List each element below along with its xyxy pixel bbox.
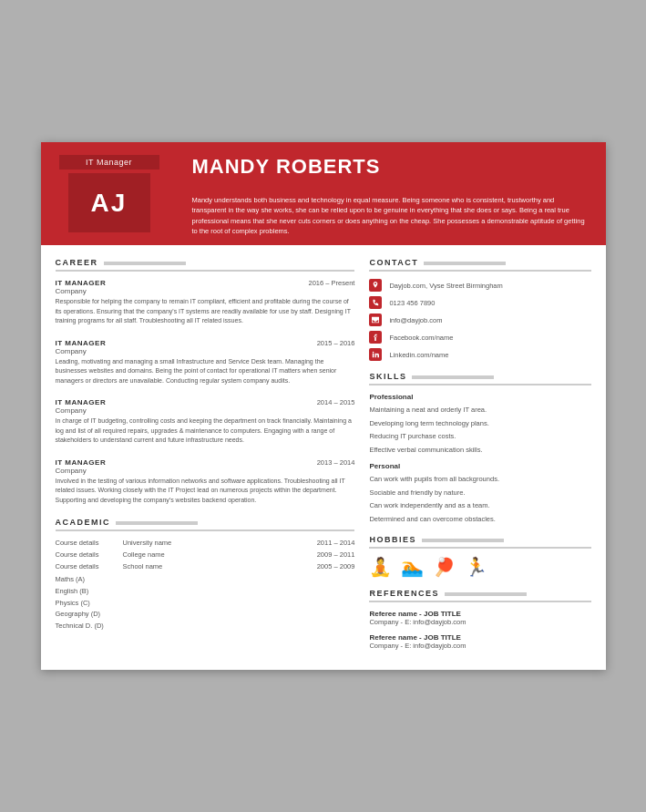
academic-label-1: Course details [56, 539, 119, 547]
left-column: CAREER IT MANAGER 2016 – Present Company… [56, 258, 355, 657]
job-title: IT Manager [59, 155, 159, 170]
academic-label-3: Course details [56, 562, 119, 570]
personal-label: Personal [369, 462, 590, 470]
personal-skill-item: Can work independently and as a team. [369, 501, 590, 511]
references-list: Referee name - JOB TITLE Company - E: in… [369, 610, 590, 650]
academic-row-1: Course details University name 2011 – 20… [56, 539, 355, 547]
contact-list: Dayjob.com, Vyse Street Birmingham0123 4… [369, 279, 590, 361]
email-icon [369, 313, 382, 326]
hobby-icon-3: 🏃 [465, 556, 487, 578]
career-dates-1: 2016 – Present [309, 279, 355, 287]
career-role-1: IT MANAGER [56, 279, 107, 287]
career-bar [104, 262, 186, 265]
academic-inst-2: College name [123, 550, 297, 559]
career-company-4: Company [56, 467, 355, 475]
academic-label-2: Course details [56, 550, 119, 559]
career-desc-1: Responsible for helping the company to r… [56, 297, 355, 326]
contact-text: Linkedin.com/name [389, 351, 448, 359]
header: IT Manager AJ MANDY ROBERTS Mandy unders… [41, 142, 606, 245]
resume-page: IT Manager AJ MANDY ROBERTS Mandy unders… [41, 142, 606, 670]
hobby-icon-0: 🧘 [369, 556, 392, 578]
academic-year-2: 2009 – 2011 [300, 550, 354, 559]
reference-entry-1: Referee name - JOB TITLE Company - E: in… [369, 633, 590, 650]
academic-subjects: Maths (A)English (B)Physics (C)Geography… [56, 574, 355, 632]
career-section-title: CAREER [56, 258, 355, 272]
career-role-4: IT MANAGER [56, 458, 107, 467]
reference-detail-1: Company - E: info@dayjob.com [369, 642, 590, 650]
header-bio: Mandy understands both business and tech… [192, 179, 588, 236]
career-header-4: IT MANAGER 2013 – 2014 [56, 458, 355, 467]
academic-inst-1: University name [123, 539, 297, 547]
references-bar [445, 592, 527, 596]
contact-text: info@dayjob.com [389, 316, 442, 324]
contact-row: Dayjob.com, Vyse Street Birmingham [369, 279, 590, 292]
academic-subject: English (B) [56, 586, 355, 598]
career-company-2: Company [56, 347, 355, 355]
personal-skills-list: Can work with pupils from all background… [369, 475, 590, 524]
academic-subject: Physics (C) [56, 598, 355, 610]
academic-year-1: 2011 – 2014 [300, 539, 354, 547]
contact-text: 0123 456 7890 [389, 299, 435, 307]
personal-skill-item: Sociable and friendly by nature. [369, 488, 590, 499]
contact-text: Dayjob.com, Vyse Street Birmingham [389, 282, 502, 290]
career-entry-4: IT MANAGER 2013 – 2014 Company Involved … [56, 458, 355, 506]
career-role-3: IT MANAGER [56, 398, 107, 406]
facebook-icon [369, 331, 382, 344]
reference-detail-0: Company - E: info@dayjob.com [369, 618, 590, 626]
contact-bar [424, 262, 506, 265]
contact-row: Linkedin.com/name [369, 348, 590, 361]
header-left: IT Manager AJ [59, 155, 159, 236]
career-role-2: IT MANAGER [56, 339, 107, 347]
career-dates-2: 2015 – 2016 [317, 339, 355, 347]
reference-entry-0: Referee name - JOB TITLE Company - E: in… [369, 610, 590, 626]
header-name: MANDY ROBERTS [192, 155, 588, 179]
academic-year-3: 2005 – 2009 [300, 562, 354, 570]
contact-row: info@dayjob.com [369, 313, 590, 326]
academic-subject: Maths (A) [56, 574, 355, 586]
professional-skill-item: Reducing IT purchase costs. [369, 432, 590, 442]
career-desc-2: Leading, motivating and managing a small… [56, 357, 355, 386]
academic-row-2: Course details College name 2009 – 2011 [56, 550, 355, 559]
professional-skills-list: Maintaining a neat and orderly IT area.D… [369, 406, 590, 455]
academic-inst-3: School name [123, 562, 297, 570]
career-header-3: IT MANAGER 2014 – 2015 [56, 398, 355, 406]
location-icon [369, 279, 382, 292]
reference-name-1: Referee name - JOB TITLE [369, 633, 590, 642]
hobbies-section-title: HOBBIES [369, 535, 590, 549]
contact-section-title: CONTACT [369, 258, 590, 272]
contact-row: Facebook.com/name [369, 331, 590, 344]
career-entry-2: IT MANAGER 2015 – 2016 Company Leading, … [56, 339, 355, 386]
personal-skill-item: Determined and can overcome obstacles. [369, 515, 590, 525]
professional-skill-item: Developing long term technology plans. [369, 419, 590, 429]
contact-text: Facebook.com/name [389, 334, 453, 342]
academic-section-title: ACADEMIC [56, 518, 355, 531]
hobbies-icons: 🧘🏊🏓🏃 [369, 556, 590, 578]
career-dates-3: 2014 – 2015 [317, 398, 355, 406]
skills-bar [412, 375, 494, 379]
career-header-2: IT MANAGER 2015 – 2016 [56, 339, 355, 347]
right-column: CONTACT Dayjob.com, Vyse Street Birmingh… [369, 258, 590, 657]
academic-subject: Geography (D) [56, 609, 355, 621]
skills-section-title: SKILLS [369, 372, 590, 385]
academic-row-3: Course details School name 2005 – 2009 [56, 562, 355, 570]
avatar: AJ [68, 173, 150, 232]
career-desc-4: Involved in the testing of various infor… [56, 477, 355, 506]
contact-row: 0123 456 7890 [369, 296, 590, 309]
professional-skill-item: Maintaining a neat and orderly IT area. [369, 406, 590, 416]
linkedin-icon [369, 348, 382, 361]
hobby-icon-2: 🏓 [433, 556, 456, 578]
career-entry-1: IT MANAGER 2016 – Present Company Respon… [56, 279, 355, 326]
references-section-title: REFERENCES [369, 589, 590, 602]
reference-name-0: Referee name - JOB TITLE [369, 610, 590, 618]
career-entry-3: IT MANAGER 2014 – 2015 Company In charge… [56, 398, 355, 446]
hobbies-bar [422, 539, 504, 542]
main-content: CAREER IT MANAGER 2016 – Present Company… [41, 245, 606, 670]
professional-label: Professional [369, 393, 590, 401]
academic-bar [116, 521, 198, 525]
career-header-1: IT MANAGER 2016 – Present [56, 279, 355, 287]
hobby-icon-1: 🏊 [401, 556, 424, 578]
professional-skill-item: Effective verbal communication skills. [369, 446, 590, 456]
phone-icon [369, 296, 382, 309]
personal-skill-item: Can work with pupils from all background… [369, 475, 590, 485]
career-desc-3: In charge of IT budgeting, controlling c… [56, 416, 355, 446]
